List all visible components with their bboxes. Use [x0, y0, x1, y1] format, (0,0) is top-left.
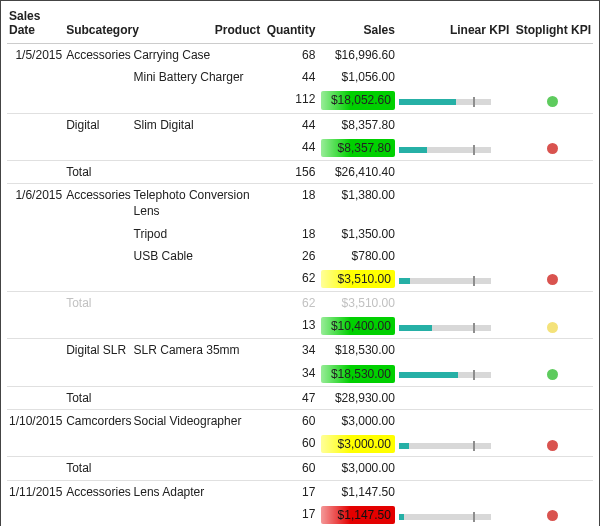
- sales-cell: $1,350.00: [317, 223, 397, 245]
- sales-cell: $8,357.80: [317, 113, 397, 136]
- linear-kpi: [397, 267, 511, 292]
- product-cell: Carrying Case: [132, 44, 263, 67]
- subcat-cell: Digital: [64, 113, 131, 136]
- stoplight-red-icon: [547, 510, 558, 521]
- qty-cell: 44: [262, 113, 317, 136]
- sales-cell: $10,400.00: [317, 314, 397, 339]
- sales-cell: $3,000.00: [317, 410, 397, 433]
- linear-kpi: [397, 432, 511, 457]
- stoplight-red-icon: [547, 440, 558, 451]
- stoplight-yellow-icon: [547, 322, 558, 333]
- qty-cell: 62: [262, 292, 317, 315]
- subtotal-row: 34 $18,530.00: [7, 362, 593, 387]
- product-cell: Tripod: [132, 223, 263, 245]
- product-cell: Mini Battery Charger: [132, 66, 263, 88]
- table-row: USB Cable 26 $780.00: [7, 245, 593, 267]
- qty-cell: 47: [262, 386, 317, 409]
- sales-cell: $1,380.00: [317, 184, 397, 223]
- subcat-cell: Accessories: [64, 184, 131, 223]
- header-row: Sales Date Subcategory Product Quantity …: [7, 5, 593, 44]
- qty-cell: 62: [262, 267, 317, 292]
- col-date[interactable]: Sales Date: [7, 5, 64, 44]
- qty-cell: 18: [262, 223, 317, 245]
- sales-cell: $8,357.80: [317, 136, 397, 161]
- qty-cell: 44: [262, 136, 317, 161]
- qty-cell: 34: [262, 339, 317, 362]
- sales-cell: $1,147.50: [317, 503, 397, 526]
- qty-cell: 17: [262, 480, 317, 503]
- col-product[interactable]: Product: [132, 5, 263, 44]
- qty-cell: 156: [262, 160, 317, 183]
- linear-kpi: [397, 503, 511, 526]
- qty-cell: 60: [262, 410, 317, 433]
- col-stoplight[interactable]: Stoplight KPI: [511, 5, 593, 44]
- col-sales[interactable]: Sales: [317, 5, 397, 44]
- qty-cell: 68: [262, 44, 317, 67]
- date-cell: 1/11/2015: [7, 480, 64, 503]
- stoplight-kpi: [511, 362, 593, 387]
- table-row: Digital SLR SLR Camera 35mm 34 $18,530.0…: [7, 339, 593, 362]
- sales-cell: $3,000.00: [317, 457, 397, 480]
- sales-cell: $18,052.60: [317, 88, 397, 113]
- subcat-cell: Accessories: [64, 480, 131, 503]
- table-row: Digital Slim Digital 44 $8,357.80: [7, 113, 593, 136]
- linear-kpi: [397, 362, 511, 387]
- table-row: 1/11/2015 Accessories Lens Adapter 17 $1…: [7, 480, 593, 503]
- subtotal-row: 13 $10,400.00: [7, 314, 593, 339]
- subtotal-row: 112 $18,052.60: [7, 88, 593, 113]
- subtotal-row: 17 $1,147.50: [7, 503, 593, 526]
- qty-cell: 34: [262, 362, 317, 387]
- date-cell: 1/6/2015: [7, 184, 64, 223]
- col-quantity[interactable]: Quantity: [262, 5, 317, 44]
- sales-cell: $28,930.00: [317, 386, 397, 409]
- table-row: 1/10/2015 Camcorders Social Videographer…: [7, 410, 593, 433]
- stoplight-green-icon: [547, 96, 558, 107]
- stoplight-green-icon: [547, 369, 558, 380]
- total-label: Total: [64, 386, 131, 409]
- sales-cell: $26,410.40: [317, 160, 397, 183]
- total-label: Total: [64, 457, 131, 480]
- sales-cell: $780.00: [317, 245, 397, 267]
- product-cell: SLR Camera 35mm: [132, 339, 263, 362]
- qty-cell: 60: [262, 457, 317, 480]
- subtotal-row: 62 $3,510.00: [7, 267, 593, 292]
- table-row: 1/5/2015 Accessories Carrying Case 68 $1…: [7, 44, 593, 67]
- qty-cell: 44: [262, 66, 317, 88]
- sales-cell: $1,147.50: [317, 480, 397, 503]
- linear-kpi: [397, 136, 511, 161]
- sales-cell: $3,510.00: [317, 292, 397, 315]
- total-label: Total: [64, 160, 131, 183]
- qty-cell: 26: [262, 245, 317, 267]
- stoplight-kpi: [511, 267, 593, 292]
- stoplight-kpi: [511, 432, 593, 457]
- col-linear[interactable]: Linear KPI: [397, 5, 511, 44]
- sales-cell: $16,996.60: [317, 44, 397, 67]
- sales-report: Sales Date Subcategory Product Quantity …: [0, 0, 600, 526]
- product-cell: Slim Digital: [132, 113, 263, 136]
- qty-cell: 17: [262, 503, 317, 526]
- date-total-row: Total 156 $26,410.40: [7, 160, 593, 183]
- linear-kpi: [397, 88, 511, 113]
- subcat-cell: Accessories: [64, 44, 131, 67]
- subcat-cell: Camcorders: [64, 410, 131, 433]
- stoplight-kpi: [511, 136, 593, 161]
- stoplight-red-icon: [547, 274, 558, 285]
- date-total-row: Total 47 $28,930.00: [7, 386, 593, 409]
- date-cell: 1/5/2015: [7, 44, 64, 67]
- sales-cell: $18,530.00: [317, 362, 397, 387]
- stoplight-kpi: [511, 314, 593, 339]
- sales-cell: $3,510.00: [317, 267, 397, 292]
- table-row: 1/6/2015 Accessories Telephoto Conversio…: [7, 184, 593, 223]
- qty-cell: 13: [262, 314, 317, 339]
- qty-cell: 60: [262, 432, 317, 457]
- product-cell: Lens Adapter: [132, 480, 263, 503]
- subtotal-row: 60 $3,000.00: [7, 432, 593, 457]
- product-cell: Social Videographer: [132, 410, 263, 433]
- stoplight-kpi: [511, 88, 593, 113]
- table-row: Tripod 18 $1,350.00: [7, 223, 593, 245]
- col-subcategory[interactable]: Subcategory: [64, 5, 131, 44]
- stoplight-red-icon: [547, 143, 558, 154]
- sales-cell: $3,000.00: [317, 432, 397, 457]
- subtotal-row: 44 $8,357.80: [7, 136, 593, 161]
- qty-cell: 112: [262, 88, 317, 113]
